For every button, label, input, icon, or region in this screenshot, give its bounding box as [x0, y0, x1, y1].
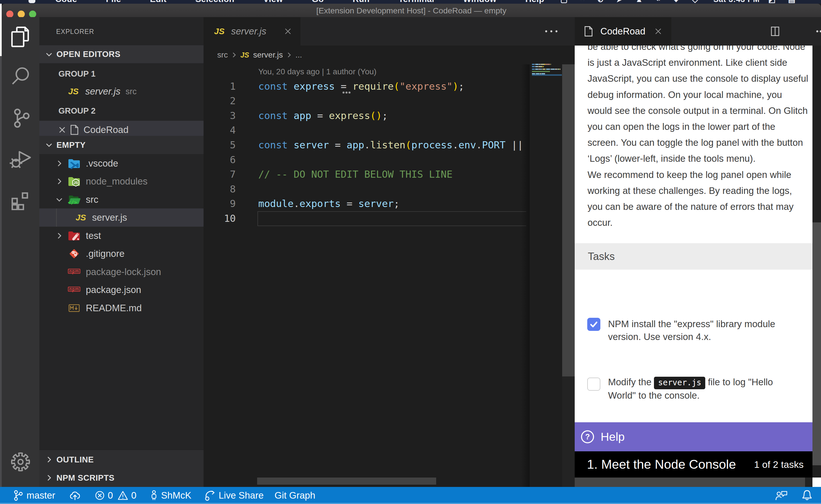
- minimap-edge-shadow: [521, 64, 530, 487]
- section-empty[interactable]: EMPTY: [39, 136, 203, 154]
- test-folder-icon: [68, 230, 80, 241]
- breadcrumb-src[interactable]: src: [217, 50, 228, 60]
- webview-horizontal-scrollbar[interactable]: [575, 478, 821, 487]
- sync-changes-item[interactable]: [69, 490, 81, 501]
- extensions-icon[interactable]: [2, 182, 39, 219]
- git-graph-item[interactable]: Git Graph: [275, 490, 315, 501]
- icon-graphic: [45, 141, 53, 149]
- icon-graphic: [55, 159, 63, 167]
- 7-1-label: (: [405, 139, 411, 151]
- slider: [812, 222, 821, 465]
- 3-1-label: =: [335, 81, 352, 92]
- tree-item-src[interactable]: </> src: [39, 190, 203, 209]
- account-item[interactable]: ShMcK: [150, 489, 191, 501]
- section-npm-scripts[interactable]: NPM SCRIPTS: [39, 469, 203, 487]
- icon-graphic: [70, 124, 79, 135]
- feedback-icon[interactable]: [775, 490, 787, 501]
- minimap-line: [532, 64, 534, 65]
- section-open-editors[interactable]: OPEN EDITORS: [39, 45, 203, 63]
- 6-1-label: listen: [370, 139, 405, 151]
- minimap-line: [535, 66, 537, 67]
- tree-item-package-json[interactable]: package.json: [39, 281, 203, 299]
- 9-1-label: .: [452, 139, 458, 151]
- warnings-label: 0: [131, 490, 136, 501]
- tree-item-node-modules[interactable]: JS node_modules: [39, 172, 203, 190]
- webview-vertical-scrollbar[interactable]: [812, 46, 821, 478]
- tree-item-serverjs[interactable]: JS server.js: [39, 208, 203, 227]
- panel-more-actions-icon[interactable]: [816, 30, 821, 33]
- bell-icon[interactable]: [802, 489, 812, 501]
- scrollbar-corner: [812, 478, 821, 487]
- chevron-right-icon: [44, 474, 54, 482]
- icon-graphic: [9, 149, 32, 170]
- js-file-icon: JS: [214, 26, 225, 36]
- minimap-line: [553, 69, 555, 70]
- editor-actions-more-icon[interactable]: [544, 17, 558, 46]
- icon-graphic: [283, 27, 293, 36]
- 5-1-label: .: [364, 139, 370, 151]
- minimap-line: [540, 69, 542, 70]
- question-circle-icon: ?: [581, 430, 594, 444]
- menu-window: Window: [463, 0, 497, 4]
- breadcrumbs[interactable]: src JS server.js ...: [203, 46, 575, 64]
- icon-graphic: JS: [68, 176, 80, 187]
- task-1-checkbox[interactable]: [587, 318, 600, 331]
- help-section[interactable]: ? Help: [575, 422, 812, 451]
- menu-view: View: [263, 0, 283, 4]
- window-titlebar[interactable]: [Extension Development Host] - CodeRoad …: [2, 4, 821, 17]
- paragraph-lines-8-label: We recommend to keep the log panel open …: [587, 167, 812, 183]
- section-outline[interactable]: OUTLINE: [39, 450, 203, 469]
- explorer-icon[interactable]: [2, 18, 39, 56]
- svg-text:?: ?: [585, 433, 590, 441]
- chevron-down-icon: [55, 196, 64, 204]
- menu-file: File: [106, 0, 121, 4]
- tree-item-readme[interactable]: README.md: [39, 299, 203, 317]
- code-line-3: const app = express();: [258, 108, 388, 123]
- close-icon[interactable]: [283, 27, 293, 36]
- macos-menubar: CodeFileEditSelectionViewGoRunTerminalWi…: [0, 0, 821, 4]
- cloud-upload-icon: [69, 490, 81, 501]
- tree-item-vscode[interactable]: .vscode: [39, 154, 203, 173]
- open-editor-serverjs[interactable]: JS server.js src: [39, 82, 203, 101]
- js-file-icon: JS: [69, 87, 78, 96]
- sb-right: [775, 489, 812, 501]
- minimap-line: [542, 66, 543, 67]
- search-icon[interactable]: [2, 58, 39, 95]
- menu-run: Run: [353, 0, 370, 4]
- split-editor-icon[interactable]: [771, 26, 779, 36]
- icon-graphic: [11, 191, 30, 210]
- code-editor[interactable]: You, 20 days ago | 1 author (You) 1 2 3 …: [203, 64, 526, 487]
- vscode-folder-icon: [68, 158, 80, 169]
- icon-graphic: [55, 177, 63, 185]
- close-icon[interactable]: [654, 27, 663, 36]
- status-bar: master 0 0 ShMcK Live Share Git Graph: [0, 487, 821, 504]
- tree-item-test[interactable]: test: [39, 227, 203, 245]
- tree-item-package-lock[interactable]: package-lock.json: [39, 263, 203, 281]
- editor-horizontal-scrollbar[interactable]: [203, 478, 575, 485]
- icon-graphic: [584, 26, 593, 37]
- breadcrumb-symbol[interactable]: ...: [295, 50, 302, 60]
- problems-item[interactable]: 0 0: [95, 490, 136, 501]
- live-share-item[interactable]: Live Share: [204, 490, 264, 501]
- chevron-right-icon: [286, 52, 293, 58]
- minimap-line: [545, 64, 550, 65]
- tree-item-gitignore[interactable]: .gitignore: [39, 245, 203, 263]
- breadcrumb-file[interactable]: server.js: [253, 50, 283, 60]
- paragraph-lines-5-label: you can open the logs in the lower part …: [587, 119, 812, 135]
- node-modules-folder-icon: JS: [68, 176, 80, 187]
- errors-label: 0: [108, 490, 113, 501]
- icon-graphic: [68, 158, 80, 169]
- coderoad-panel: CodeRoad be able to check what's going o…: [575, 17, 821, 487]
- editor-group: JS server.js src JS server.js ... You, 2…: [203, 17, 575, 487]
- minimap[interactable]: [530, 63, 562, 487]
- task-2-checkbox[interactable]: [587, 378, 600, 391]
- tab-coderoad[interactable]: CodeRoad: [575, 17, 671, 46]
- settings-gear-icon[interactable]: [2, 443, 39, 481]
- git-branch-item[interactable]: master: [13, 490, 55, 501]
- tab-serverjs[interactable]: JS server.js: [203, 17, 301, 46]
- source-control-icon[interactable]: [2, 99, 39, 137]
- editor-vertical-scrollbar[interactable]: [562, 64, 575, 487]
- close-icon[interactable]: [57, 125, 67, 134]
- run-debug-icon[interactable]: [2, 141, 39, 178]
- lesson-footer[interactable]: 1. Meet the Node Console 1 of 2 tasks: [575, 451, 812, 478]
